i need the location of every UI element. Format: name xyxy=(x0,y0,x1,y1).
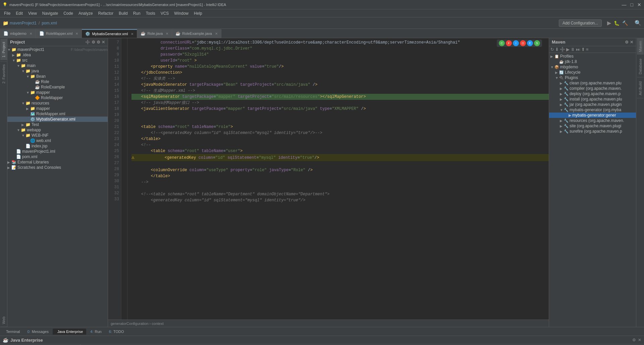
code-line-21[interactable]: <table schema="root" tableName="role"> xyxy=(131,124,549,130)
tree-item-3[interactable]: ▼ 📁 main xyxy=(7,63,108,68)
maven-toggle-5[interactable]: ▶ xyxy=(560,81,564,85)
code-line-18[interactable]: <javaClientGenerator targetPackage="mapp… xyxy=(131,106,549,112)
code-line-19[interactable] xyxy=(131,112,549,118)
code-line-10[interactable]: userId="root" > xyxy=(131,58,549,64)
tree-toggle-3[interactable]: ▼ xyxy=(17,64,21,68)
maven-add-icon[interactable]: ➕ xyxy=(560,47,565,52)
code-line-7[interactable]: connectionURL="jdbc:mysql://localhost:33… xyxy=(131,40,549,46)
tool-tab-3[interactable]: 4: Run xyxy=(87,329,105,335)
maven-run-icon[interactable]: ▶ xyxy=(566,47,570,52)
tree-toggle-11[interactable]: ▶ xyxy=(26,107,30,111)
tree-toggle-14[interactable]: ▶ xyxy=(21,123,25,127)
tree-item-11[interactable]: ▶ 📁 mapper xyxy=(7,106,108,111)
maven-item-6[interactable]: ▶ 🔧 compiler (org.apache.maven. xyxy=(549,86,636,91)
breadcrumb-project[interactable]: mavenProject1 xyxy=(10,21,37,25)
maven-item-5[interactable]: ▶ 🔧 clean (org.apache.maven.plu xyxy=(549,80,636,86)
tree-item-8[interactable]: ▼ 📁 mapper xyxy=(7,90,108,95)
tree-item-22[interactable]: ▶ 📝 Scratches and Consoles xyxy=(7,165,108,170)
right-tab-artbuild[interactable]: Art Build xyxy=(637,79,644,98)
tree-toggle-16[interactable]: ▼ xyxy=(21,134,25,137)
code-line-26[interactable]: ⚠ <generatedKey column="id" sqlStatement… xyxy=(131,154,549,161)
tab-close-0[interactable]: ✕ xyxy=(30,32,32,36)
tool-tab-2[interactable]: Java Enterprise xyxy=(53,329,86,335)
maven-sort-icon[interactable]: ≡ xyxy=(586,47,589,52)
tree-item-10[interactable]: ▼ 📁 resources xyxy=(7,100,108,106)
tab-close-1[interactable]: ✕ xyxy=(75,32,78,36)
right-tab-database[interactable]: Database xyxy=(637,56,644,77)
toolbar-debug-button[interactable]: 🐛 xyxy=(614,20,620,26)
menu-item-help[interactable]: Help xyxy=(191,10,205,16)
code-line-29[interactable]: </table> xyxy=(131,173,549,179)
menu-item-view[interactable]: View xyxy=(25,10,40,16)
tab-close-4[interactable]: ✕ xyxy=(215,32,218,36)
maven-close-icon[interactable]: ✕ xyxy=(630,40,633,45)
code-line-22[interactable]: <!--<generatedKey column="id" sqlStateme… xyxy=(131,130,549,136)
tree-item-14[interactable]: ▶ 📁 Test xyxy=(7,122,108,127)
ie-icon[interactable]: I xyxy=(513,40,519,46)
tree-toggle-22[interactable]: ▶ xyxy=(7,166,11,169)
sidebar-tab-project[interactable]: 1: Project xyxy=(0,39,7,60)
edge-icon[interactable]: E xyxy=(527,40,533,46)
menu-item-tools[interactable]: Tools xyxy=(143,10,158,16)
maven-toggle-8[interactable]: ▶ xyxy=(560,97,564,101)
project-sync-icon[interactable]: ⚙ xyxy=(92,40,95,45)
toolbar-search-button[interactable]: 🔍 xyxy=(635,20,641,26)
maven-item-14[interactable]: ▶ 🔧 surefire (org.apache.maven.p xyxy=(549,129,636,134)
code-line-33[interactable]: <generatedKey column="id" sqlStatement="… xyxy=(131,197,549,203)
tree-item-7[interactable]: ☕ RoleExample xyxy=(7,84,108,90)
tree-toggle-15[interactable]: ▼ xyxy=(17,128,21,132)
code-line-20[interactable] xyxy=(131,118,549,124)
tree-toggle-1[interactable]: ▶ xyxy=(12,53,16,57)
code-line-15[interactable]: <!-- 生成Mapper.xml --> xyxy=(131,88,549,94)
tree-toggle-2[interactable]: ▼ xyxy=(12,59,16,62)
tool-tab-0[interactable]: Terminal xyxy=(1,329,23,335)
maven-item-0[interactable]: ▶ 📋 Profiles xyxy=(549,54,636,59)
code-line-28[interactable]: <columnOverride column="useType" propert… xyxy=(131,167,549,173)
minimize-button[interactable]: — xyxy=(622,2,627,7)
maven-toggle-7[interactable]: ▶ xyxy=(560,92,564,96)
maven-toggle-14[interactable]: ▶ xyxy=(560,130,564,133)
menu-item-edit[interactable]: Edit xyxy=(13,10,25,16)
code-line-25[interactable]: <table schema="root" tableName="user"> xyxy=(131,148,549,154)
project-close-icon[interactable]: ✕ xyxy=(102,40,105,45)
tree-item-12[interactable]: 🗺️ RoleMapper.xml xyxy=(7,111,108,117)
maven-skip-icon[interactable]: ⏭ xyxy=(576,47,580,52)
menu-item-file[interactable]: File xyxy=(1,10,13,16)
menu-item-refactor[interactable]: Refactor xyxy=(96,10,116,16)
tree-item-5[interactable]: ▼ 📁 Bean xyxy=(7,74,108,79)
safari-icon[interactable]: S xyxy=(534,40,540,46)
maven-item-9[interactable]: ▶ 🔧 jar (org.apache.maven.plugin xyxy=(549,102,636,107)
tree-item-21[interactable]: ▶ 📚 External Libraries xyxy=(7,159,108,165)
menu-item-build[interactable]: Build xyxy=(116,10,130,16)
maven-toggle-10[interactable]: ▼ xyxy=(560,108,564,112)
code-line-16[interactable]: <sqlMapGenerator targetPackage="mapper" … xyxy=(131,94,549,100)
maven-toggle-6[interactable]: ▶ xyxy=(560,87,564,90)
code-line-12[interactable]: </jdbcConnection> xyxy=(131,70,549,76)
maven-item-12[interactable]: ▶ 🔧 resources (org.apache.maven. xyxy=(549,118,636,123)
close-button[interactable]: ✕ xyxy=(637,2,641,7)
code-line-27[interactable] xyxy=(131,161,549,167)
maven-toggle-12[interactable]: ▶ xyxy=(560,119,564,123)
editor-tab-0[interactable]: 📄mbgdemo✕ xyxy=(0,29,36,38)
code-line-24[interactable]: <!-- xyxy=(131,142,549,148)
maven-toggle-4[interactable]: ▼ xyxy=(555,76,559,80)
tree-item-16[interactable]: ▼ 📁 WEB-INF xyxy=(7,133,108,138)
menu-item-run[interactable]: Run xyxy=(130,10,143,16)
tree-item-9[interactable]: 🔶 RoleMapper xyxy=(7,95,108,100)
sidebar-tab-favorites[interactable]: 2: Favorites xyxy=(0,61,7,86)
tree-toggle-10[interactable]: ▼ xyxy=(21,101,25,105)
tree-toggle-21[interactable]: ▶ xyxy=(7,160,11,164)
breadcrumb-file[interactable]: pom.xml xyxy=(42,21,57,25)
project-add-icon[interactable]: ➕ xyxy=(85,40,90,45)
code-line-8[interactable]: driverClass="com.mysql.cj.jdbc.Driver" xyxy=(131,46,549,52)
editor-tab-2[interactable]: ⚙️MybatisGenerator.xml✕ xyxy=(82,29,137,38)
tree-toggle-4[interactable]: ▼ xyxy=(21,69,25,73)
project-gear-icon[interactable]: ⚙ xyxy=(97,40,100,45)
opera-icon[interactable]: O xyxy=(520,40,526,46)
code-line-9[interactable]: password="52xzgl314" xyxy=(131,52,549,58)
maven-item-11[interactable]: ▶ mybatis-generator:gener xyxy=(549,113,636,118)
tree-item-13[interactable]: ⚙️ MybatisGenerator.xml xyxy=(7,117,108,122)
add-configuration-button[interactable]: Add Configuration... xyxy=(559,19,602,27)
tool-tab-4[interactable]: 6: TODO xyxy=(106,329,127,335)
tree-item-18[interactable]: 📄 index.jsp xyxy=(7,143,108,149)
